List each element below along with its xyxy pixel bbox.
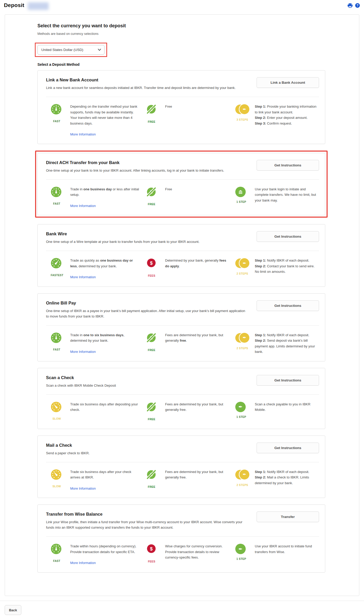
free-icon: $ [146, 469, 157, 482]
currency-heading: Select the currency you want to deposit [37, 23, 325, 29]
currency-subheading: Methods are based on currency selections [37, 32, 325, 36]
get-instructions-button[interactable]: Get Instructions [257, 443, 319, 453]
deposit-panel: Select the currency you want to deposit … [5, 14, 359, 596]
speed-label: FAST [51, 201, 63, 207]
method-description: One time setup of a Wire template at you… [46, 239, 246, 244]
cost-text: Wise charges for currency conversion. Pr… [165, 543, 229, 560]
print-icon[interactable] [348, 3, 353, 8]
ach-card-annotation: Direct ACH Transfer from your Bank One-t… [35, 151, 328, 218]
cost-label: FREE [146, 417, 158, 422]
steps-coins-icon: ✒ [235, 258, 249, 269]
speed-label: FAST [51, 119, 63, 124]
link-bank-account-button[interactable]: Link a Bank Account [257, 77, 319, 88]
get-instructions-button[interactable]: Get Instructions [257, 160, 319, 171]
cost-text: Fees are determined by your bank, but ge… [165, 401, 229, 413]
cost-text: Free [165, 186, 229, 192]
speed-text: Trade within hours (depending on currenc… [70, 543, 139, 555]
pen-nib-icon: ✒ [243, 261, 246, 265]
steps-coins-icon: ✒ [235, 332, 249, 343]
speed-label: SLOW [51, 484, 63, 489]
svg-text:$: $ [150, 261, 153, 266]
steps-label: 2 STEPS [235, 482, 249, 488]
speed-fast-icon [51, 104, 62, 116]
method-description: One-time setup at your bank to link to y… [46, 168, 246, 173]
free-icon: $ [146, 401, 157, 415]
steps-coins-icon: ✒ [235, 469, 249, 480]
method-card-direct-ach: Direct ACH Transfer from your Bank One-t… [37, 153, 325, 216]
speed-fast-icon [51, 186, 62, 199]
currency-select-value: United States Dollar (USD) [41, 48, 83, 52]
steps-text: Use your IBKR account to initiate fund t… [255, 543, 319, 555]
method-card-scan-check: Scan a Check Scan a check with IBKR Mobi… [37, 368, 325, 429]
currency-select[interactable]: United States Dollar (USD) [37, 45, 105, 55]
speed-text: Trade in one business day or less after … [70, 186, 139, 198]
steps-label: 2 STEPS [235, 271, 249, 277]
cost-label: FREE [146, 202, 158, 207]
divider [46, 97, 319, 97]
pen-nib-icon: ✒ [243, 335, 246, 340]
redacted-account-badge [28, 2, 49, 10]
cost-text: Free [165, 104, 229, 109]
method-description: Scan a check with IBKR Mobile Check Depo… [46, 383, 246, 388]
fees-icon: $ [146, 258, 157, 271]
steps-text: Step 1: Provide your banking information… [255, 104, 319, 126]
speed-fast-icon [51, 543, 62, 556]
more-information-link[interactable]: More Information [70, 560, 96, 566]
speed-text: Trade in one to six business days, deter… [70, 332, 139, 343]
steps-label: 1 STEP [235, 414, 247, 420]
divider [46, 251, 319, 251]
get-instructions-button[interactable]: Get Instructions [257, 375, 319, 386]
speed-label: FAST [51, 558, 63, 564]
steps-label: 2 STEPS [235, 346, 249, 351]
speed-label: SLOW [51, 416, 63, 422]
more-information-link[interactable]: More Information [70, 486, 96, 491]
cost-label: FEES [146, 273, 158, 279]
divider [46, 462, 319, 462]
more-information-link[interactable]: More Information [70, 203, 96, 209]
pen-nib-icon: ✒ [243, 472, 246, 477]
cost-text: Determined by your bank, generally fees … [165, 258, 229, 269]
speed-fast-icon [51, 332, 62, 345]
method-card-online-bill-pay: Online Bill Pay One-time setup of IBKR a… [37, 293, 325, 361]
transfer-button[interactable]: Transfer [257, 511, 319, 522]
steps-text: Step 1: Notify IBKR of each deposit.Step… [255, 332, 319, 355]
svg-text:$: $ [150, 546, 153, 552]
method-card-link-bank-account: Link a New Bank Account Link a new bank … [37, 70, 325, 144]
page-header: Deposit ? [0, 0, 364, 11]
help-icon[interactable]: ? [355, 3, 360, 8]
speed-fastest-icon [51, 258, 62, 270]
method-card-wise-transfer: Transfer from Wise Balance Link your Wis… [37, 504, 325, 573]
steps-label: 1 STEP [235, 556, 247, 562]
back-button[interactable]: Back [5, 605, 21, 615]
pen-nib-icon: ✒ [243, 107, 246, 112]
more-information-link[interactable]: More Information [70, 274, 96, 280]
pen-circle-icon: ✒ [235, 544, 246, 554]
steps-text: Scan a check payable to you in IBKR Mobi… [255, 401, 319, 413]
divider [46, 394, 319, 395]
chevron-down-icon [98, 49, 101, 51]
more-information-link[interactable]: More Information [70, 132, 96, 137]
method-card-mail-check: Mail a Check Send a paper check to IBKR.… [37, 436, 325, 498]
steps-text: Use your bank login to initiate and comp… [255, 186, 319, 203]
method-description: Link your Wise profile, then initiate a … [46, 519, 246, 530]
get-instructions-button[interactable]: Get Instructions [257, 231, 319, 242]
deposit-method-heading: Select a Deposit Method [37, 62, 325, 67]
method-description: One-time setup of IBKR as a payee in you… [46, 308, 246, 319]
pen-circle-icon: ✒ [235, 402, 246, 412]
page-title: Deposit [4, 2, 24, 8]
free-icon: $ [146, 186, 157, 200]
get-instructions-button[interactable]: Get Instructions [257, 300, 319, 311]
steps-label: 3 STEPS [235, 117, 249, 123]
fees-icon: $ [146, 543, 157, 557]
divider [46, 179, 319, 180]
cost-label: FREE [146, 484, 158, 490]
cost-label: FEES [146, 559, 158, 565]
method-description: Link a new bank account for seamless dep… [46, 85, 246, 90]
more-information-link[interactable]: More Information [70, 349, 96, 355]
speed-label: FASTEST [51, 273, 63, 278]
cost-label: FREE [146, 119, 158, 125]
speed-text: Trade six business days after depositing… [70, 401, 139, 413]
divider [46, 536, 319, 537]
speed-text: Depending on the transfer method your ba… [70, 104, 139, 126]
free-icon: $ [146, 332, 157, 346]
